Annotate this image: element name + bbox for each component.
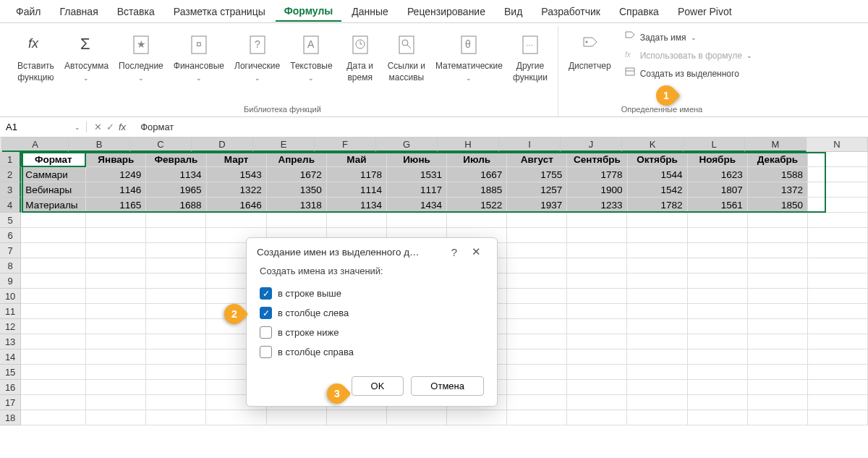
cell[interactable] bbox=[567, 213, 627, 228]
row-header-16[interactable]: 16 bbox=[0, 380, 21, 395]
text-button[interactable]: A Текстовые⌄ bbox=[286, 26, 336, 86]
cell[interactable] bbox=[748, 365, 808, 380]
row-header-2[interactable]: 2 bbox=[0, 167, 21, 182]
column-header-H[interactable]: H bbox=[438, 137, 499, 152]
cell[interactable]: Вебинары bbox=[21, 182, 86, 198]
row-header-7[interactable]: 7 bbox=[0, 243, 21, 258]
cell[interactable]: 1322 bbox=[207, 182, 267, 198]
cell[interactable] bbox=[688, 243, 748, 258]
cell[interactable] bbox=[748, 228, 808, 243]
cell[interactable]: 1146 bbox=[86, 182, 146, 198]
cell[interactable] bbox=[267, 410, 327, 425]
cell[interactable] bbox=[567, 289, 627, 304]
menu-insert[interactable]: Вставка bbox=[109, 2, 163, 21]
cell[interactable]: 1782 bbox=[628, 198, 688, 213]
cell[interactable] bbox=[808, 182, 868, 198]
cell[interactable] bbox=[146, 243, 206, 258]
cell[interactable]: Декабрь bbox=[748, 152, 808, 167]
cell[interactable] bbox=[808, 258, 868, 273]
cell[interactable] bbox=[808, 273, 868, 289]
cell[interactable] bbox=[567, 395, 627, 410]
cell[interactable] bbox=[507, 289, 567, 304]
cell[interactable]: 1778 bbox=[567, 167, 627, 182]
cell[interactable] bbox=[748, 304, 808, 319]
column-header-G[interactable]: G bbox=[376, 137, 438, 152]
name-manager-button[interactable]: Диспетчер bbox=[564, 26, 616, 75]
column-header-C[interactable]: C bbox=[130, 137, 192, 152]
cell[interactable] bbox=[808, 167, 868, 182]
cell[interactable] bbox=[627, 334, 687, 349]
cell[interactable] bbox=[86, 334, 146, 349]
recent-button[interactable]: ★ Последние⌄ bbox=[114, 26, 168, 86]
more-functions-button[interactable]: ··· Другие функции bbox=[509, 26, 552, 86]
cell[interactable] bbox=[688, 395, 748, 410]
cell[interactable] bbox=[507, 365, 567, 380]
cell[interactable] bbox=[627, 273, 687, 289]
cell[interactable]: 1965 bbox=[146, 182, 206, 198]
row-header-17[interactable]: 17 bbox=[0, 395, 21, 410]
cell[interactable]: 1134 bbox=[146, 167, 206, 182]
cell[interactable] bbox=[808, 380, 868, 395]
datetime-button[interactable]: Дата и время bbox=[339, 26, 382, 86]
cell[interactable] bbox=[21, 273, 86, 289]
cell[interactable] bbox=[86, 365, 146, 380]
help-icon[interactable]: ? bbox=[443, 246, 465, 258]
cell[interactable]: Формат bbox=[21, 152, 86, 167]
financial-button[interactable]: ¤ Финансовые⌄ bbox=[169, 26, 229, 86]
cell[interactable]: 1667 bbox=[447, 167, 507, 182]
cell[interactable] bbox=[146, 289, 206, 304]
cell[interactable]: Июль bbox=[447, 152, 507, 167]
cell[interactable] bbox=[688, 304, 748, 319]
math-button[interactable]: θ Математические⌄ bbox=[431, 26, 507, 86]
menu-file[interactable]: Файл bbox=[7, 2, 49, 21]
cell[interactable] bbox=[146, 395, 206, 410]
cell[interactable] bbox=[627, 410, 687, 425]
cell[interactable] bbox=[748, 349, 808, 365]
cell[interactable] bbox=[507, 334, 567, 349]
cell[interactable] bbox=[21, 395, 86, 410]
cell[interactable] bbox=[146, 213, 206, 228]
cell[interactable] bbox=[146, 380, 206, 395]
cell[interactable] bbox=[21, 349, 86, 365]
cell[interactable] bbox=[748, 243, 808, 258]
cell[interactable] bbox=[21, 304, 86, 319]
cell[interactable] bbox=[688, 410, 748, 425]
cell[interactable] bbox=[748, 395, 808, 410]
menu-developer[interactable]: Разработчик bbox=[532, 2, 609, 21]
checkbox-top-row[interactable]: ✓ bbox=[260, 287, 272, 300]
cell[interactable] bbox=[627, 365, 687, 380]
cell[interactable] bbox=[86, 258, 146, 273]
cell[interactable] bbox=[86, 289, 146, 304]
cell[interactable]: Ноябрь bbox=[688, 152, 748, 167]
cell[interactable] bbox=[688, 228, 748, 243]
cell[interactable]: 1672 bbox=[267, 167, 327, 182]
option-left-column[interactable]: ✓ в столбце слева bbox=[260, 303, 484, 323]
name-box[interactable]: A1 ⌄ bbox=[0, 122, 87, 132]
cell[interactable] bbox=[627, 380, 687, 395]
cell[interactable]: 1807 bbox=[688, 182, 748, 198]
cell[interactable]: 1646 bbox=[207, 198, 267, 213]
cell[interactable] bbox=[86, 304, 146, 319]
cell[interactable] bbox=[748, 334, 808, 349]
cell[interactable] bbox=[507, 273, 567, 289]
cell[interactable]: Август bbox=[507, 152, 567, 167]
cell[interactable] bbox=[627, 319, 687, 334]
cell[interactable] bbox=[627, 304, 687, 319]
cell[interactable] bbox=[146, 258, 206, 273]
cell[interactable] bbox=[808, 152, 868, 167]
row-header-14[interactable]: 14 bbox=[0, 349, 21, 365]
cell[interactable] bbox=[567, 258, 627, 273]
cell[interactable]: 1531 bbox=[387, 167, 447, 182]
cell[interactable] bbox=[567, 410, 627, 425]
cell[interactable] bbox=[206, 213, 266, 228]
cell[interactable] bbox=[387, 213, 447, 228]
cell[interactable] bbox=[748, 213, 808, 228]
insert-function-button[interactable]: fx Вставить функцию bbox=[13, 26, 59, 86]
cell[interactable]: 1522 bbox=[447, 198, 507, 213]
cell[interactable]: 1544 bbox=[628, 167, 688, 182]
menu-data[interactable]: Данные bbox=[343, 2, 397, 21]
cell[interactable] bbox=[507, 319, 567, 334]
menu-review[interactable]: Рецензирование bbox=[399, 2, 494, 21]
cell[interactable] bbox=[567, 228, 627, 243]
close-icon[interactable]: ✕ bbox=[465, 245, 487, 258]
